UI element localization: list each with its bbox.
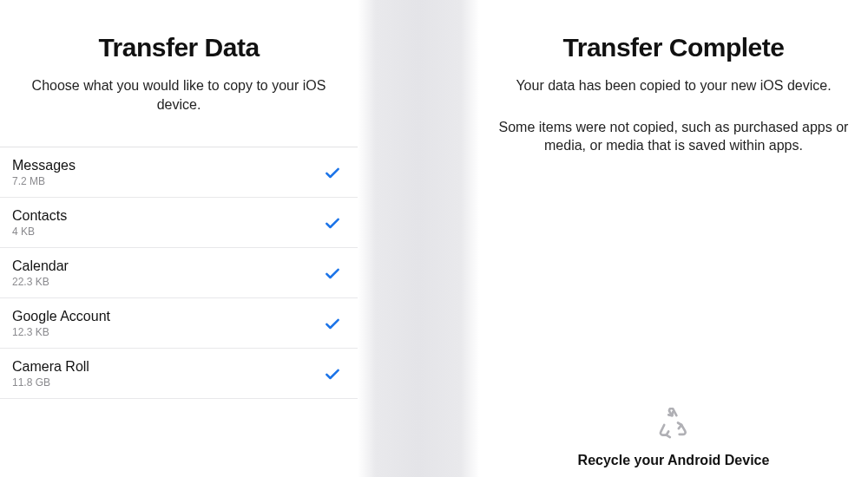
panel-divider	[358, 0, 479, 477]
item-size: 12.3 KB	[12, 326, 110, 338]
recycle-icon	[656, 408, 691, 446]
transfer-data-panel: Transfer Data Choose what you would like…	[0, 0, 358, 477]
check-icon	[323, 314, 342, 333]
item-label: Messages	[12, 158, 76, 173]
transfer-complete-subtitle: Your data has been copied to your new iO…	[479, 76, 868, 95]
item-contacts[interactable]: Contacts 4 KB	[0, 198, 358, 248]
check-icon	[323, 163, 342, 182]
recycle-device-link[interactable]: Recycle your Android Device	[479, 408, 868, 468]
item-label: Contacts	[12, 208, 67, 224]
transfer-complete-title: Transfer Complete	[479, 33, 868, 62]
item-size: 4 KB	[12, 225, 67, 238]
transfer-complete-panel: Transfer Complete Your data has been cop…	[479, 0, 868, 477]
recycle-label: Recycle your Android Device	[479, 453, 868, 468]
item-label: Camera Roll	[12, 359, 89, 375]
transfer-complete-note: Some items were not copied, such as purc…	[479, 118, 868, 155]
item-messages[interactable]: Messages 7.2 MB	[0, 147, 358, 198]
item-camera-roll[interactable]: Camera Roll 11.8 GB	[0, 349, 358, 399]
item-google-account[interactable]: Google Account 12.3 KB	[0, 298, 358, 349]
item-size: 11.8 GB	[12, 376, 89, 389]
check-icon	[323, 264, 342, 283]
transfer-data-title: Transfer Data	[0, 33, 358, 62]
item-size: 22.3 KB	[12, 276, 69, 288]
item-size: 7.2 MB	[12, 175, 76, 187]
transfer-data-subtitle: Choose what you would like to copy to yo…	[0, 76, 358, 114]
check-icon	[323, 213, 342, 232]
item-label: Calendar	[12, 258, 69, 274]
item-label: Google Account	[12, 309, 110, 324]
check-icon	[323, 364, 342, 383]
item-calendar[interactable]: Calendar 22.3 KB	[0, 248, 358, 298]
transfer-items-list: Messages 7.2 MB Contacts 4 KB Calendar 2…	[0, 147, 358, 399]
